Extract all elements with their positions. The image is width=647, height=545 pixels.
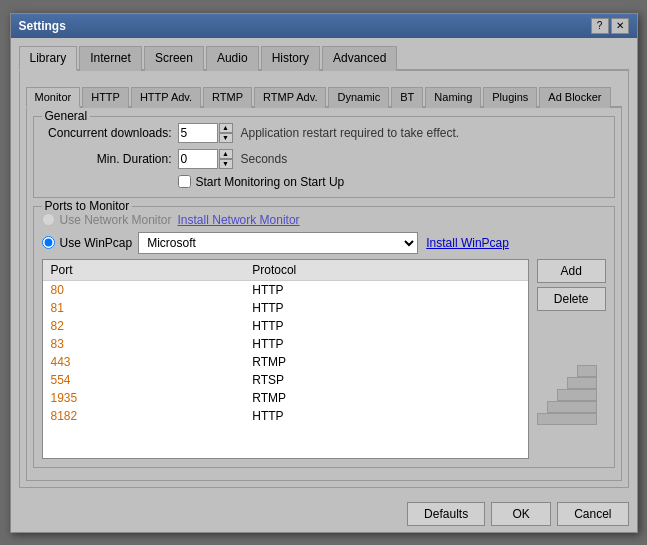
restart-note: Application restart required to take eff… [241,126,460,140]
concurrent-downloads-row: Concurrent downloads: ▲ ▼ Application re… [42,123,606,143]
ports-buttons: Add Delete [537,259,606,311]
concurrent-downloads-input[interactable] [178,123,218,143]
concurrent-downloads-spinner: ▲ ▼ [178,123,233,143]
protocol-cell: HTTP [244,335,528,353]
table-row: 1935RTMP [43,389,528,407]
protocol-cell: HTTP [244,299,528,317]
ports-table: Port Protocol 80HTTP81HTTP82HTTP83HTTP44… [43,260,528,425]
port-cell: 82 [43,317,245,335]
title-bar-buttons: ? ✕ [591,18,629,34]
use-winpcap-label: Use WinPcap [60,236,133,250]
port-cell: 80 [43,280,245,299]
ports-table-body: 80HTTP81HTTP82HTTP83HTTP443RTMP554RTSP19… [43,280,528,425]
network-monitor-row: Use Network Monitor Install Network Moni… [42,213,606,227]
add-button[interactable]: Add [537,259,606,283]
port-cell: 81 [43,299,245,317]
start-monitoring-label: Start Monitoring on Start Up [196,175,345,189]
tab-audio[interactable]: Audio [206,46,259,71]
subtab-rtmp[interactable]: RTMP [203,87,252,108]
table-row: 83HTTP [43,335,528,353]
delete-button[interactable]: Delete [537,287,606,311]
port-cell: 443 [43,353,245,371]
table-row: 8182HTTP [43,407,528,425]
subtab-content: General Concurrent downloads: ▲ ▼ Applic… [26,108,622,481]
start-monitoring-row: Start Monitoring on Start Up [178,175,606,189]
subtab-http[interactable]: HTTP [82,87,129,108]
install-network-monitor-link[interactable]: Install Network Monitor [178,213,300,227]
subtab-rtmp-adv[interactable]: RTMP Adv. [254,87,326,108]
ports-table-header-row: Port Protocol [43,260,528,281]
defaults-button[interactable]: Defaults [407,502,485,526]
start-monitoring-checkbox[interactable] [178,175,191,188]
min-duration-label: Min. Duration: [42,152,172,166]
ok-button[interactable]: OK [491,502,551,526]
table-row: 81HTTP [43,299,528,317]
general-group: General Concurrent downloads: ▲ ▼ Applic… [33,116,615,198]
concurrent-downloads-spin-buttons: ▲ ▼ [219,123,233,143]
bottom-bar: Defaults OK Cancel [11,496,637,532]
table-row: 443RTMP [43,353,528,371]
ports-group: Ports to Monitor Use Network Monitor Ins… [33,206,615,468]
install-winpcap-link[interactable]: Install WinPcap [426,236,509,250]
concurrent-downloads-label: Concurrent downloads: [42,126,172,140]
winpcap-dropdown[interactable]: Microsoft WinPcap Driver 1 WinPcap Drive… [138,232,418,254]
help-button[interactable]: ? [591,18,609,34]
subtab-monitor[interactable]: Monitor [26,87,81,108]
min-duration-down[interactable]: ▼ [219,159,233,169]
sub-tab-bar: Monitor HTTP HTTP Adv. RTMP RTMP Adv. Dy… [26,85,622,108]
ports-group-label: Ports to Monitor [42,199,133,213]
protocol-cell: RTSP [244,371,528,389]
port-cell: 1935 [43,389,245,407]
protocol-cell: RTMP [244,389,528,407]
subtab-http-adv[interactable]: HTTP Adv. [131,87,201,108]
close-button[interactable]: ✕ [611,18,629,34]
protocol-cell: HTTP [244,280,528,299]
tab-history[interactable]: History [261,46,320,71]
protocol-column-header: Protocol [244,260,528,281]
ports-content: Port Protocol 80HTTP81HTTP82HTTP83HTTP44… [42,259,606,459]
tab-advanced[interactable]: Advanced [322,46,397,71]
min-duration-spinner: ▲ ▼ [178,149,233,169]
use-network-monitor-radio[interactable] [42,213,55,226]
protocol-cell: RTMP [244,353,528,371]
protocol-cell: HTTP [244,317,528,335]
concurrent-downloads-down[interactable]: ▼ [219,133,233,143]
port-column-header: Port [43,260,245,281]
use-winpcap-radio[interactable] [42,236,55,249]
dialog-body: Library Internet Screen Audio History Ad… [11,38,637,496]
min-duration-row: Min. Duration: ▲ ▼ Seconds [42,149,606,169]
min-duration-up[interactable]: ▲ [219,149,233,159]
ports-side-panel: Add Delete [537,259,606,459]
table-row: 554RTSP [43,371,528,389]
top-tab-bar: Library Internet Screen Audio History Ad… [19,44,629,71]
tab-library[interactable]: Library [19,46,78,71]
port-cell: 554 [43,371,245,389]
ports-table-container: Port Protocol 80HTTP81HTTP82HTTP83HTTP44… [42,259,529,459]
general-group-label: General [42,109,91,123]
subtab-naming[interactable]: Naming [425,87,481,108]
settings-dialog: Settings ? ✕ Library Internet Screen Aud… [10,13,638,533]
table-row: 80HTTP [43,280,528,299]
subtab-dynamic[interactable]: Dynamic [328,87,389,108]
min-duration-unit: Seconds [241,152,288,166]
subtab-plugins[interactable]: Plugins [483,87,537,108]
concurrent-downloads-up[interactable]: ▲ [219,123,233,133]
use-network-monitor-label: Use Network Monitor [60,213,172,227]
subtab-ad-blocker[interactable]: Ad Blocker [539,87,610,108]
protocol-cell: HTTP [244,407,528,425]
port-cell: 83 [43,335,245,353]
tab-internet[interactable]: Internet [79,46,142,71]
winpcap-row: Use WinPcap Microsoft WinPcap Driver 1 W… [42,232,606,254]
min-duration-input[interactable] [178,149,218,169]
dialog-title: Settings [19,19,66,33]
tab-screen[interactable]: Screen [144,46,204,71]
cancel-button[interactable]: Cancel [557,502,628,526]
port-cell: 8182 [43,407,245,425]
table-row: 82HTTP [43,317,528,335]
subtab-bt[interactable]: BT [391,87,423,108]
tab-content-area: Monitor HTTP HTTP Adv. RTMP RTMP Adv. Dy… [19,71,629,488]
min-duration-spin-buttons: ▲ ▼ [219,149,233,169]
staircase-decoration [537,345,597,425]
title-bar: Settings ? ✕ [11,14,637,38]
